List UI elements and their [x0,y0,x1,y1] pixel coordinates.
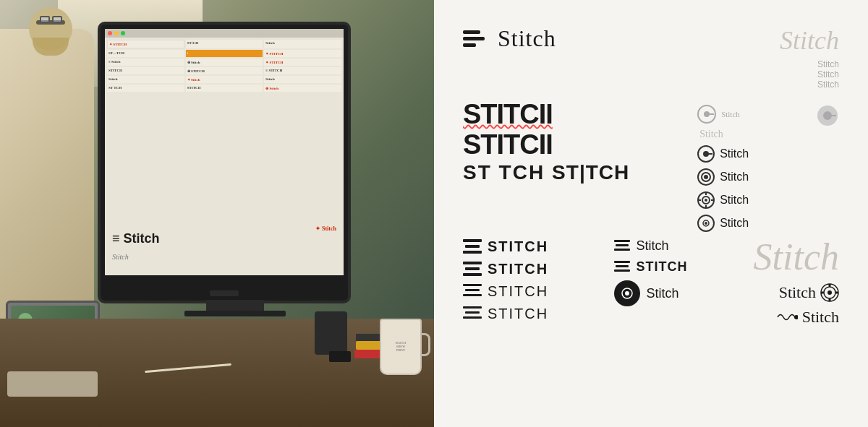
mixed-logos-col: Stitch STITCH [614,238,687,312]
svg-rect-34 [463,306,482,309]
svg-point-21 [705,222,707,225]
svg-rect-38 [616,244,629,246]
svg-rect-35 [465,311,480,314]
hr-stitch-text-3: STITCH [488,283,548,300]
svg-rect-40 [614,261,630,263]
hr-stitch-text-2: STITCH [488,261,548,277]
bars-small-icon-2 [614,261,630,274]
svg-point-14 [705,199,707,202]
hr-bars-icon-2 [463,262,482,277]
imac-screen: ✦ STITCH ST᷊CH Stitch ST—TCH ▪ ✦ STITCH … [105,29,344,275]
svg-point-46 [827,290,832,295]
device-base [329,351,351,362]
mixed-stitch-text-2: STITCH [636,259,687,275]
hr-bars-icon-3 [463,284,482,300]
stitch-gear-text: Stitch [779,283,816,302]
hard-drive [315,311,347,355]
stitch-gray-medium: Stitch [697,129,749,140]
bars-small-icon-1 [614,240,630,253]
mixed-logo-1: Stitch [614,238,687,254]
svg-rect-29 [465,267,480,270]
main-logo-text: Stitch [498,25,556,52]
black-circle-icon [614,280,640,306]
circle-arrow-filled-icon [697,168,715,186]
row2: STITCII STITCII ST TCH ST|TCH Stitch [463,100,839,233]
mug-handle [420,333,430,356]
imac-monitor: ✦ STITCH ST᷊CH Stitch ST—TCH ▪ ✦ STITCH … [98,22,351,303]
stitch-wave-text: Stitch [802,308,839,327]
svg-rect-31 [463,284,482,286]
circle-arrow-icon-1 [697,104,717,124]
hr-logo-4: STITCH [463,306,548,322]
circle-logo-3: Stitch [697,191,749,210]
hr-logos-col: STITCH STITCH STITCH [463,238,548,322]
hr-logo-2: STITCH [463,261,548,277]
svg-rect-28 [463,262,482,264]
svg-rect-30 [463,273,482,276]
ghost-stitch-xl: Stitch [754,238,839,276]
svg-rect-27 [463,251,482,254]
stitcii-solid: STITCII [463,131,629,158]
svg-rect-26 [465,245,480,248]
svg-rect-48 [828,284,830,287]
circle-stitch-text-1: Stitch [720,147,749,160]
main-stitch-icon [463,29,490,49]
mug-container: HATCHSHOWPRINT [380,319,423,376]
svg-rect-41 [616,265,629,267]
large-type-col: STITCII STITCII ST TCH ST|TCH [463,100,629,184]
svg-rect-42 [614,269,630,272]
small-stitch-2: Stitch [817,69,839,79]
svg-point-11 [704,175,708,179]
brand-panel: Stitch Stitch Stitch Stitch Stitch STITC… [434,0,868,427]
top-right-logos: Stitch Stitch Stitch Stitch [780,25,839,90]
circle-logo-1: Stitch [697,145,749,163]
svg-rect-0 [463,30,480,34]
row1: Stitch Stitch Stitch Stitch Stitch [463,25,839,90]
small-stitch-3: Stitch [817,79,839,90]
circle-arrow-down-icon [697,214,715,233]
circle-stitch-text-4: Stitch [720,217,749,230]
mixed-logo-2: STITCH [614,259,687,275]
main-logo: Stitch [463,25,556,52]
circle-arrow-icon-2 [697,145,715,163]
hr-bars-icon-4 [463,306,482,322]
svg-point-52 [794,315,798,319]
gray-circle-standalone-icon [816,104,839,127]
small-stitch-1: Stitch [817,59,839,69]
keyboard [7,371,98,397]
monitor-base [184,311,286,316]
photo-panel: ✦ STITCH ST᷊CH Stitch ST—TCH ▪ ✦ STITCH … [0,0,434,427]
st-bar-tch: ST|TCH [552,161,629,184]
hr-stitch-text-4: STITCH [488,306,548,322]
svg-rect-39 [614,249,630,251]
wave-scroll-icon [776,309,798,325]
black-circle-stitch-text: Stitch [646,286,678,301]
hr-logo-1: STITCH [463,238,548,255]
gear-wheel-icon [820,283,839,302]
svg-rect-36 [463,316,482,319]
circle-gear-icon [697,191,715,210]
circle-logo-4: Stitch [697,214,749,233]
svg-rect-1 [463,37,485,40]
row3: STITCH STITCH STITCH [463,238,839,327]
right-ghost-col: Stitch Stitch [754,238,839,327]
svg-rect-32 [465,289,480,291]
circle-logos-col: Stitch Stitch Stitch [697,100,749,233]
circle-logo-text-gray-1: Stitch [721,110,740,118]
hr-bars-icon-1 [463,239,482,255]
svg-rect-37 [614,240,630,242]
glasses-right-lens [52,16,62,23]
ghost-stitch-large: Stitch [780,25,839,56]
svg-rect-25 [463,239,482,242]
hr-logo-3: STITCH [463,283,548,300]
circle-logo-2: Stitch [697,168,749,186]
svg-rect-49 [828,298,830,301]
stitch-wave-logo: Stitch [754,308,839,327]
mug-text: HATCHSHOWPRINT [396,342,406,352]
svg-rect-33 [463,294,482,296]
black-circle-logo: Stitch [614,280,687,306]
small-stitch-stack: Stitch Stitch Stitch [780,59,839,90]
st-tch-spaced: ST TCH [463,161,545,184]
circle-logo-gray-1: Stitch [697,104,749,124]
stitcii-squiggle: STITCII [463,100,629,128]
